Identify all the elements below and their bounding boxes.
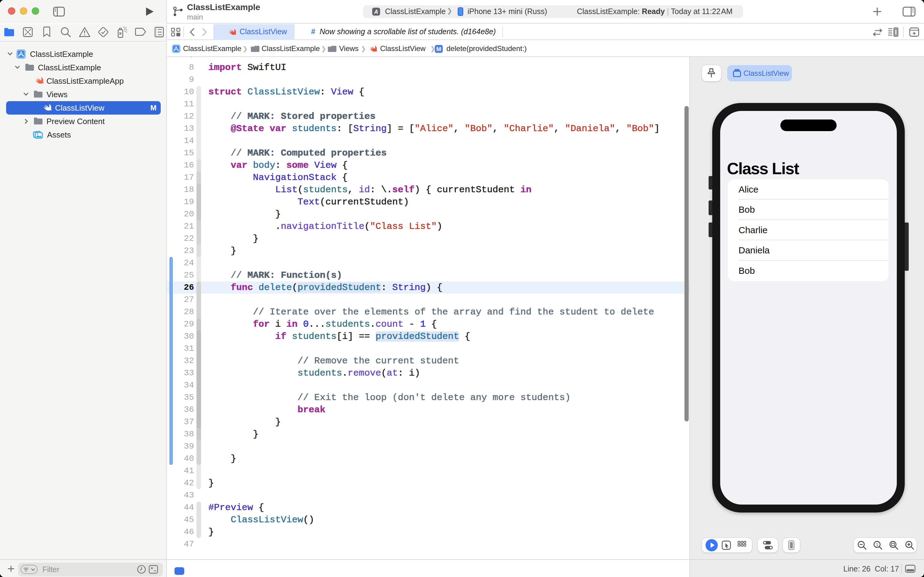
svg-text:A: A: [374, 9, 378, 15]
svg-text:1: 1: [876, 542, 878, 547]
